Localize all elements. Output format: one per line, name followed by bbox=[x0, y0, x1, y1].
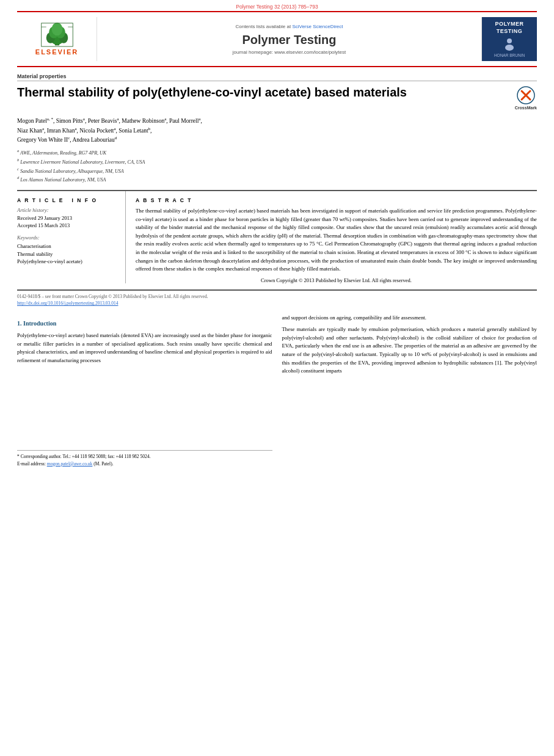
svg-point-11 bbox=[505, 45, 514, 51]
intro-para-col2-1: and support decisions on ageing, compati… bbox=[282, 314, 538, 322]
affil-a: a AWE, Aldermaston, Reading, RG7 4PR, UK bbox=[17, 148, 537, 157]
journal-header: ELSEVIER Contents lists available at Sci… bbox=[17, 11, 537, 67]
journal-title-area: Contents lists available at SciVerse Sci… bbox=[97, 17, 482, 61]
intro-para-col2-2: These materials are typically made by em… bbox=[282, 325, 538, 376]
footer-info: 0142-9418/$ – see front matter Crown Cop… bbox=[17, 293, 537, 307]
abstract-col: A B S T R A C T The thermal stability of… bbox=[136, 191, 537, 283]
history-label: Article history: bbox=[17, 207, 119, 213]
article-title-text: Thermal stability of poly(ethylene-co-vi… bbox=[17, 85, 510, 100]
abstract-header: A B S T R A C T bbox=[136, 197, 537, 203]
elsevier-wordmark: ELSEVIER bbox=[35, 48, 78, 56]
sciverse-link[interactable]: SciVerse ScienceDirect bbox=[292, 24, 343, 29]
elsevier-logo-area: ELSEVIER bbox=[17, 17, 97, 61]
abstract-text: The thermal stability of poly(ethylene-c… bbox=[136, 207, 537, 274]
section-divider bbox=[17, 289, 537, 291]
keywords-label: Keywords: bbox=[17, 234, 119, 241]
article-info-header: A R T I C L E I N F O bbox=[17, 197, 119, 203]
intro-heading: 1. Introduction bbox=[17, 319, 272, 329]
journal-title: Polymer Testing bbox=[242, 33, 336, 47]
affil-d: d Los Alamos National Laboratory, NM, US… bbox=[17, 175, 537, 184]
crossmark-label: CrossMark bbox=[515, 106, 537, 111]
elsevier-tree-icon bbox=[40, 23, 74, 47]
body-col-left: 1. Introduction Poly(ethylene-co-vinyl a… bbox=[17, 314, 272, 467]
article-header: Material properties Thermal stability of… bbox=[17, 73, 537, 184]
article-info-abstract-section: A R T I C L E I N F O Article history: R… bbox=[17, 190, 537, 283]
journal-badge: POLYMER TESTING HONAR BRUNIN bbox=[482, 17, 537, 61]
body-text-section: 1. Introduction Poly(ethylene-co-vinyl a… bbox=[17, 314, 537, 467]
svg-point-6 bbox=[51, 23, 62, 35]
affiliations: a AWE, Aldermaston, Reading, RG7 4PR, UK… bbox=[17, 148, 537, 184]
received-value: Received 29 January 2013 Accepted 15 Mar… bbox=[17, 215, 119, 230]
crossmark-icon bbox=[517, 86, 535, 104]
page: Polymer Testing 32 (2013) 785–793 ELSEVI… bbox=[0, 0, 554, 756]
keywords-list: Characterisation Thermal stability Poly(… bbox=[17, 242, 119, 266]
authors-line: Mogon Patela, *, Simon Pittsa, Peter Bea… bbox=[17, 116, 537, 144]
journal-top-bar: Polymer Testing 32 (2013) 785–793 bbox=[0, 0, 554, 11]
svg-point-10 bbox=[507, 38, 512, 43]
corresponding-author-note: * Corresponding author. Tel.: +44 118 98… bbox=[17, 453, 272, 467]
contents-line: Contents lists available at SciVerse Sci… bbox=[235, 24, 343, 29]
abstract-copyright: Crown Copyright © 2013 Published by Else… bbox=[136, 277, 537, 283]
article-info-col: A R T I C L E I N F O Article history: R… bbox=[17, 191, 126, 283]
intro-para-1: Poly(ethylene-co-vinyl acetate) based ma… bbox=[17, 332, 272, 365]
pt-badge-text: POLYMER TESTING bbox=[495, 21, 523, 35]
badge-icon bbox=[501, 37, 518, 51]
email-label: E-mail address: bbox=[17, 461, 47, 467]
article-title-row: Thermal stability of poly(ethylene-co-vi… bbox=[17, 85, 537, 111]
email-link[interactable]: mogon.patel@awe.co.uk bbox=[47, 461, 93, 467]
affil-b: b Lawrence Livermore National Laboratory… bbox=[17, 157, 537, 166]
journal-homepage: journal homepage: www.elsevier.com/locat… bbox=[233, 49, 346, 55]
article-type: Material properties bbox=[17, 73, 537, 81]
affil-c: c Sandia National Laboratory, Albuquerqu… bbox=[17, 166, 537, 175]
footnote-section: * Corresponding author. Tel.: +44 118 98… bbox=[17, 450, 272, 467]
badge-sub: HONAR BRUNIN bbox=[494, 53, 525, 57]
crossmark-area: CrossMark bbox=[515, 86, 537, 111]
journal-ref: Polymer Testing 32 (2013) 785–793 bbox=[236, 4, 318, 10]
footer-doi-prefix: 0142-9418/$ – see front matter Crown Cop… bbox=[17, 293, 537, 300]
footer-doi-link: http://dx.doi.org/10.1016/j.polymertesti… bbox=[17, 300, 537, 307]
body-col-right: and support decisions on ageing, compati… bbox=[282, 314, 538, 467]
